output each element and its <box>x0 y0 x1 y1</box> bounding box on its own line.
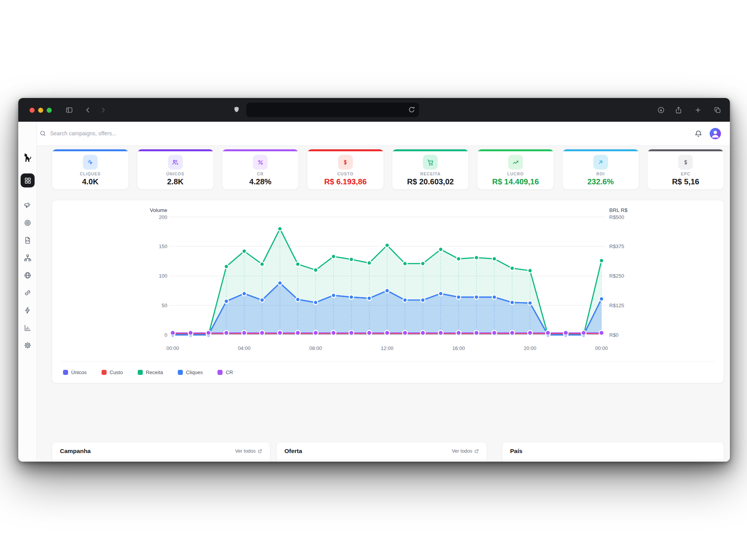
svg-text:50: 50 <box>162 303 167 308</box>
table-card-header: OfertaVer todos <box>277 442 487 460</box>
kpi-card-cliques[interactable]: CLIQUES4.0K <box>52 149 129 190</box>
dashboard-content: CLIQUES4.0KÚNICOS2.8KCR4.28%CUSTOR$ 6.19… <box>37 146 730 462</box>
kpi-card-custo[interactable]: CUSTOR$ 6.193,86 <box>307 149 384 190</box>
dollar-icon <box>338 155 353 170</box>
kpi-value: R$ 6.193,86 <box>307 177 384 186</box>
arrow-up-right-icon <box>593 155 608 170</box>
legend-item-cliques[interactable]: Cliques <box>178 369 203 375</box>
table-title: Oferta <box>284 448 302 455</box>
svg-text:150: 150 <box>159 243 167 249</box>
table-card-header: País <box>502 442 724 460</box>
table-title: Campanha <box>60 448 91 455</box>
legend-label: Únicos <box>71 369 87 375</box>
svg-text:200: 200 <box>159 214 167 220</box>
kpi-label: CLIQUES <box>52 172 128 176</box>
svg-text:R$125: R$125 <box>609 303 624 308</box>
area-chart[interactable]: Volume050100150200BRL R$R$0R$125R$250R$3… <box>52 200 724 360</box>
kpi-card-únicos[interactable]: ÚNICOS2.8K <box>137 149 214 190</box>
kpi-accent-bar <box>647 149 724 151</box>
svg-text:R$500: R$500 <box>609 214 624 220</box>
table-card-header: CampanhaVer todos <box>52 442 270 460</box>
svg-text:04:00: 04:00 <box>238 345 251 351</box>
kpi-label: CUSTO <box>307 172 384 176</box>
svg-text:00:00: 00:00 <box>167 345 179 351</box>
svg-text:R$250: R$250 <box>609 273 624 279</box>
kpi-label: ÚNICOS <box>137 172 214 176</box>
ver-todos-link[interactable]: Ver todos <box>235 448 262 454</box>
legend-swatch <box>178 370 183 375</box>
table-card-campanha: CampanhaVer todosCAMPANHACLIQUESUC (CAMP… <box>52 442 270 462</box>
cart-icon <box>423 155 438 170</box>
users-icon <box>168 155 183 170</box>
legend-label: CR <box>226 369 233 375</box>
kpi-accent-bar <box>392 149 468 151</box>
svg-text:20:00: 20:00 <box>524 345 537 351</box>
legend-swatch <box>217 370 223 375</box>
cursor-click-icon <box>83 155 98 170</box>
kpi-value: R$ 5,16 <box>647 177 724 186</box>
svg-text:Volume: Volume <box>150 207 167 213</box>
svg-text:R$375: R$375 <box>609 243 624 249</box>
kpi-value: 4.28% <box>222 177 298 186</box>
kpi-value: 2.8K <box>137 177 214 186</box>
kpi-accent-bar <box>563 149 639 151</box>
svg-text:100: 100 <box>159 273 167 279</box>
kpi-card-receita[interactable]: RECEITAR$ 20.603,02 <box>392 149 469 190</box>
kpi-label: RECEITA <box>392 172 468 176</box>
table-card-país: PaísPAÍSCLIQUESUC (CAMPANHA)CONV.CPCLEAD… <box>502 442 724 462</box>
legend-item-cr[interactable]: CR <box>217 369 233 375</box>
svg-text:12:00: 12:00 <box>381 345 394 351</box>
kpi-card-cr[interactable]: CR4.28% <box>222 149 299 190</box>
kpi-accent-bar <box>307 149 384 151</box>
dollar-icon <box>678 155 693 170</box>
kpi-accent-bar <box>137 149 214 151</box>
legend-label: Receita <box>146 369 163 375</box>
ver-todos-link[interactable]: Ver todos <box>452 448 479 454</box>
ver-todos-label: Ver todos <box>452 448 472 454</box>
svg-text:BRL R$: BRL R$ <box>609 207 628 213</box>
table-card-oferta: OfertaVer todosOFERTACLIQUESUC (CAMPANHA… <box>276 442 487 462</box>
kpi-accent-bar <box>477 149 554 151</box>
table-title: País <box>510 448 523 455</box>
legend-item-únicos[interactable]: Únicos <box>63 369 87 375</box>
legend-item-custo[interactable]: Custo <box>102 369 123 375</box>
kpi-value: 232.6% <box>563 177 639 186</box>
svg-text:R$0: R$0 <box>609 332 619 338</box>
kpi-label: CR <box>222 172 298 176</box>
kpi-accent-bar <box>52 149 128 151</box>
kpi-accent-bar <box>222 149 298 151</box>
ver-todos-label: Ver todos <box>235 448 256 454</box>
legend-swatch <box>63 370 68 375</box>
kpi-label: ROI <box>563 172 639 176</box>
percent-icon <box>253 155 268 170</box>
svg-text:0: 0 <box>165 332 167 338</box>
kpi-label: EPC <box>647 172 724 176</box>
kpi-value: 4.0K <box>52 177 128 186</box>
volume-chart-card: Volume050100150200BRL R$R$0R$125R$250R$3… <box>52 200 724 383</box>
external-link-icon <box>258 449 262 453</box>
kpi-card-roi[interactable]: ROI232.6% <box>562 149 639 190</box>
svg-text:08:00: 08:00 <box>309 345 322 351</box>
legend-label: Cliques <box>186 369 203 375</box>
legend-swatch <box>138 370 143 375</box>
svg-text:16:00: 16:00 <box>452 345 465 351</box>
kpi-card-epc[interactable]: EPCR$ 5,16 <box>647 149 724 190</box>
browser-window: CLIQUES4.0KÚNICOS2.8KCR4.28%CUSTOR$ 6.19… <box>18 98 730 462</box>
kpi-value: R$ 14.409,16 <box>477 177 554 186</box>
kpi-label: LUCRO <box>477 172 554 176</box>
legend-item-receita[interactable]: Receita <box>138 369 163 375</box>
trending-up-icon <box>508 155 523 170</box>
kpi-card-lucro[interactable]: LUCROR$ 14.409,16 <box>477 149 554 190</box>
legend-label: Custo <box>110 369 123 375</box>
legend-swatch <box>102 370 107 375</box>
external-link-icon <box>474 449 479 453</box>
kpi-value: R$ 20.603,02 <box>392 177 468 186</box>
svg-text:00:00: 00:00 <box>595 345 608 351</box>
chart-legend: ÚnicosCustoReceitaCliquesCR <box>61 361 714 383</box>
